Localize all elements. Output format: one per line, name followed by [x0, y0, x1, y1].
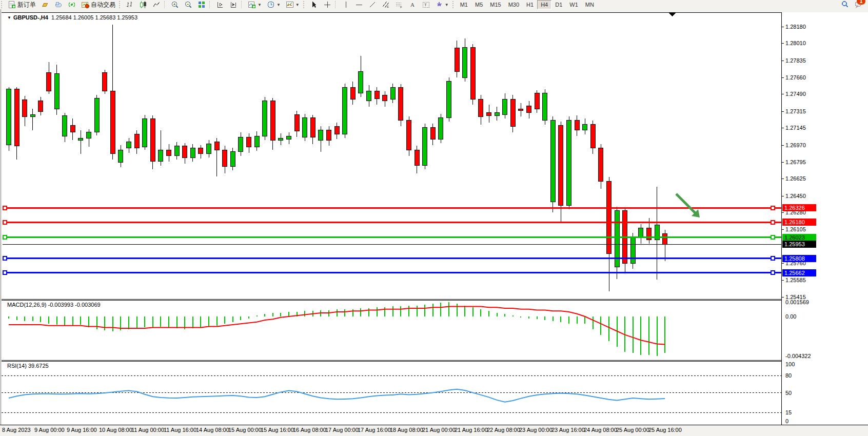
rsi-pane[interactable] [2, 361, 781, 424]
date-label: 10 Aug 08:00 [99, 427, 132, 433]
notification-badge[interactable]: 1 [857, 0, 865, 5]
vertical-line-tool[interactable] [339, 0, 352, 10]
date-label: 15 Aug 00:00 [228, 427, 262, 433]
new-order-icon [8, 1, 16, 9]
main-chart[interactable] [2, 12, 781, 299]
svg-text:E: E [387, 5, 389, 8]
bar-chart-button[interactable] [123, 0, 136, 10]
line-chart-icon [152, 1, 161, 9]
templates-button[interactable]: ▼ [283, 0, 302, 10]
level-price-label: 1.26180 [782, 219, 816, 226]
crosshair-tool-button[interactable] [321, 0, 334, 10]
signals-button[interactable] [65, 0, 78, 10]
date-label: 25 Aug 16:00 [648, 427, 682, 433]
cloud-icon [54, 1, 63, 9]
time-axis[interactable]: 8 Aug 20239 Aug 00:009 Aug 16:0010 Aug 0… [0, 425, 868, 436]
line-chart-button[interactable] [150, 0, 163, 10]
chart-shift-icon [229, 1, 238, 9]
price-tick: 1.26105 [785, 226, 806, 232]
fibonacci-tool[interactable]: F [392, 0, 406, 10]
arrows-tool[interactable]: ▼ [432, 0, 451, 10]
macd-header: MACD(12,26,9) -0.003993 -0.003069 [7, 302, 101, 308]
auto-scroll-button[interactable] [213, 0, 227, 10]
period-button-w1[interactable]: W1 [566, 0, 582, 9]
search-button[interactable] [838, 0, 852, 10]
date-label: 9 Aug 16:00 [67, 427, 97, 433]
period-button-m1[interactable]: M1 [457, 0, 471, 9]
period-button-mn[interactable]: MN [582, 0, 598, 9]
text-tool[interactable]: A [406, 0, 419, 10]
period-button-m30[interactable]: M30 [505, 0, 523, 9]
date-label: 22 Aug 08:00 [487, 427, 520, 433]
trend-arrow-annotation[interactable] [676, 194, 700, 217]
autotrading-button[interactable]: 自动交易 [78, 0, 118, 10]
candle-chart-button[interactable] [136, 0, 150, 10]
indicators-button[interactable]: ▼ [245, 0, 264, 10]
label-tool[interactable]: T [419, 0, 432, 10]
label-icon: T [422, 1, 430, 9]
collapse-icon[interactable]: ▼ [7, 15, 11, 20]
svg-text:A: A [410, 2, 415, 8]
autotrading-icon [81, 1, 89, 9]
rsi-levels [2, 375, 781, 412]
date-label: 11 Aug 00:00 [131, 427, 164, 433]
signal-icon [68, 1, 76, 9]
chat-button[interactable]: 1 [852, 0, 865, 10]
price-tick: 1.26450 [785, 193, 806, 199]
price-tick: 1.27315 [785, 108, 806, 114]
candles [7, 25, 667, 291]
vertical-line-icon [342, 1, 350, 9]
svg-text:F: F [400, 6, 402, 9]
horizontal-line-icon [355, 1, 363, 9]
market-watch-button[interactable] [38, 0, 52, 10]
date-label: 21 Aug 00:00 [422, 427, 456, 433]
rsi-header: RSI(14) 39.6725 [7, 363, 49, 369]
zoom-in-icon [171, 1, 179, 9]
channel-tool[interactable]: E [379, 0, 392, 10]
period-button-m15[interactable]: M15 [486, 0, 504, 9]
arrows-icon [435, 1, 443, 9]
tile-windows-button[interactable] [195, 0, 208, 10]
toolbar-separator [209, 1, 212, 8]
new-order-button[interactable]: 新订单 [5, 0, 38, 10]
trendline-tool[interactable] [366, 0, 379, 10]
period-button-h1[interactable]: H1 [523, 0, 537, 9]
toolbar-grip [119, 1, 122, 8]
chart-shift-button[interactable] [227, 0, 240, 10]
period-button-d1[interactable]: D1 [551, 0, 566, 9]
mt4-window: 新订单 自动交易 [0, 0, 868, 436]
level-price-label: 1.25953 [782, 241, 816, 248]
toolbar-right: 1 [838, 0, 868, 10]
data-window-button[interactable] [52, 0, 65, 10]
pane-separator[interactable] [2, 299, 868, 300]
bar-chart-icon [126, 1, 134, 9]
macd-axis-label: 0.001569 [785, 299, 809, 305]
date-label: 9 Aug 00:00 [34, 427, 65, 433]
macd-pane[interactable] [2, 300, 781, 360]
macd-histogram [8, 302, 665, 356]
cursor-icon [310, 1, 318, 9]
horizontal-line-tool[interactable] [352, 0, 366, 10]
level-price-label: 1.25808 [782, 255, 816, 262]
zoom-in-button[interactable] [168, 0, 182, 10]
date-label: 17 Aug 00:00 [325, 427, 359, 433]
date-label: 8 Aug 2023 [2, 427, 31, 433]
add-indicator-icon [248, 1, 256, 9]
timeframes-button[interactable]: ▼ [264, 0, 283, 10]
zoom-out-button[interactable] [182, 0, 195, 10]
level-price-label: 1.26023 [782, 234, 816, 241]
cursor-tool-button[interactable] [307, 0, 321, 10]
chart-shift-marker[interactable] [668, 13, 676, 16]
clock-icon [267, 1, 275, 9]
period-button-m5[interactable]: M5 [471, 0, 486, 9]
macd-signal-line [9, 306, 665, 344]
price-axis[interactable]: 1.281801.280101.278351.276601.274901.273… [782, 12, 868, 424]
fibonacci-icon: F [395, 1, 403, 9]
search-icon [841, 1, 849, 9]
date-label: 23 Aug 16:00 [551, 427, 585, 433]
date-label: 14 Aug 08:00 [196, 427, 229, 433]
date-label: 11 Aug 16:00 [164, 427, 196, 433]
period-button-h4[interactable]: H4 [537, 0, 551, 9]
pane-separator[interactable] [2, 360, 868, 361]
toolbar-separator [335, 1, 338, 8]
